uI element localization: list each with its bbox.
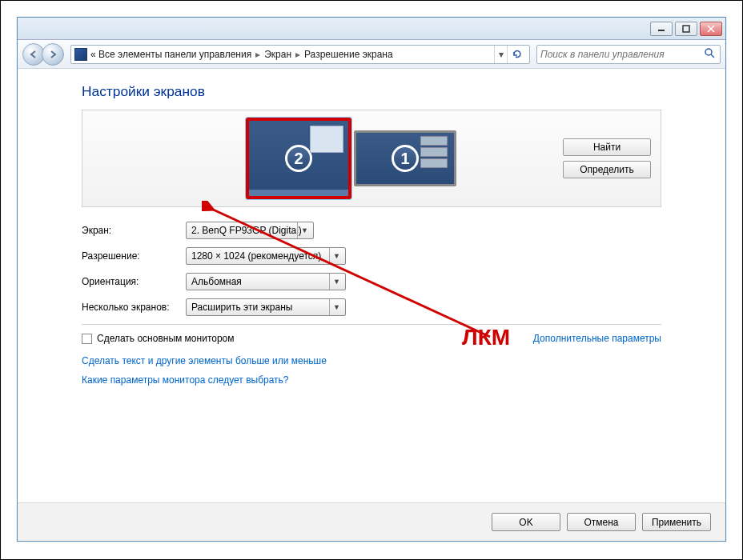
dialog-footer: OK Отмена Применить (18, 502, 725, 541)
multi-display-dropdown-value: Расширить эти экраны (191, 302, 292, 313)
breadcrumb-item[interactable]: Все элементы панели управления (98, 49, 251, 60)
arrow-left-icon (29, 50, 38, 59)
multi-display-label: Несколько экранов: (82, 302, 186, 313)
resolution-dropdown-value: 1280 × 1024 (рекомендуется) (191, 250, 321, 262)
resolution-label: Разрешение: (82, 250, 186, 262)
maximize-button[interactable] (675, 22, 697, 36)
monitor-params-help-link[interactable]: Какие параметры монитора следует выбрать… (82, 374, 289, 386)
orientation-dropdown[interactable]: Альбомная ▼ (186, 273, 346, 290)
window: « Все элементы панели управления ▸ Экран… (17, 17, 726, 542)
chevron-down-icon: ▼ (329, 274, 343, 290)
breadcrumb-item[interactable]: Экран (264, 49, 291, 60)
search-bar (536, 45, 721, 64)
primary-monitor-checkbox[interactable] (82, 334, 92, 344)
close-icon (707, 25, 715, 33)
display-dropdown[interactable]: 2. BenQ FP93GP (Digital) ▼ (186, 222, 314, 239)
divider (82, 324, 661, 325)
chevron-right-icon: ▸ (255, 49, 260, 60)
navbar: « Все элементы панели управления ▸ Экран… (18, 40, 725, 69)
breadcrumb-item[interactable]: Разрешение экрана (304, 49, 393, 60)
breadcrumb-prefix: « (90, 49, 96, 60)
refresh-button[interactable] (507, 46, 526, 63)
address-bar[interactable]: « Все элементы панели управления ▸ Экран… (70, 45, 530, 64)
minimize-button[interactable] (650, 22, 673, 36)
orientation-dropdown-value: Альбомная (191, 276, 242, 287)
chevron-down-icon: ▼ (329, 248, 343, 264)
monitor-preview-area[interactable]: 2 1 (140, 118, 563, 198)
content-area: Настройки экранов 2 1 Найти Определить (18, 69, 725, 502)
monitor-preview-taskbar-icon (249, 190, 348, 196)
close-button[interactable] (700, 22, 722, 36)
resolution-dropdown[interactable]: 1280 × 1024 (рекомендуется) ▼ (186, 247, 346, 265)
multi-display-dropdown[interactable]: Расширить эти экраны ▼ (186, 298, 346, 316)
refresh-icon (512, 49, 523, 60)
primary-monitor-checkbox-text: Сделать основным монитором (97, 333, 235, 344)
monitor-1[interactable]: 1 (354, 130, 456, 186)
arrow-right-icon (48, 50, 58, 59)
chevron-down-icon: ▼ (329, 299, 343, 315)
chevron-down-icon: ▼ (297, 222, 311, 238)
cancel-button[interactable]: Отмена (567, 513, 636, 531)
identify-button[interactable]: Определить (563, 161, 651, 178)
text-size-link[interactable]: Сделать текст и другие элементы больше и… (82, 355, 327, 366)
chevron-right-icon: ▸ (295, 49, 300, 60)
minimize-icon (657, 25, 665, 33)
address-dropdown-button[interactable]: ▾ (494, 46, 507, 63)
maximize-icon (682, 25, 690, 33)
nav-forward-button[interactable] (42, 43, 64, 66)
display-dropdown-value: 2. BenQ FP93GP (Digital) (191, 225, 302, 236)
primary-monitor-checkbox-label[interactable]: Сделать основным монитором (82, 333, 235, 344)
find-button[interactable]: Найти (563, 138, 651, 156)
ok-button[interactable]: OK (492, 513, 560, 531)
monitor-preview-apps-icon (420, 136, 451, 184)
svg-rect-1 (683, 26, 689, 32)
search-icon[interactable] (702, 47, 717, 61)
page-title: Настройки экранов (82, 83, 661, 100)
orientation-label: Ориентация: (82, 276, 186, 287)
control-panel-icon (74, 48, 87, 61)
monitor-number-badge: 1 (392, 145, 419, 172)
monitor-preview-window-icon (310, 126, 343, 153)
monitor-2[interactable]: 2 (247, 118, 351, 198)
display-label: Экран: (82, 225, 186, 236)
svg-line-5 (711, 54, 714, 58)
svg-point-4 (705, 49, 712, 55)
search-input[interactable] (540, 49, 702, 60)
monitor-arrange-box: 2 1 Найти Определить (82, 110, 661, 207)
apply-button[interactable]: Применить (642, 513, 711, 531)
titlebar (18, 18, 725, 40)
monitor-number-badge: 2 (285, 145, 312, 172)
breadcrumb: « Все элементы панели управления ▸ Экран… (90, 49, 494, 60)
advanced-settings-link[interactable]: Дополнительные параметры (533, 333, 661, 344)
